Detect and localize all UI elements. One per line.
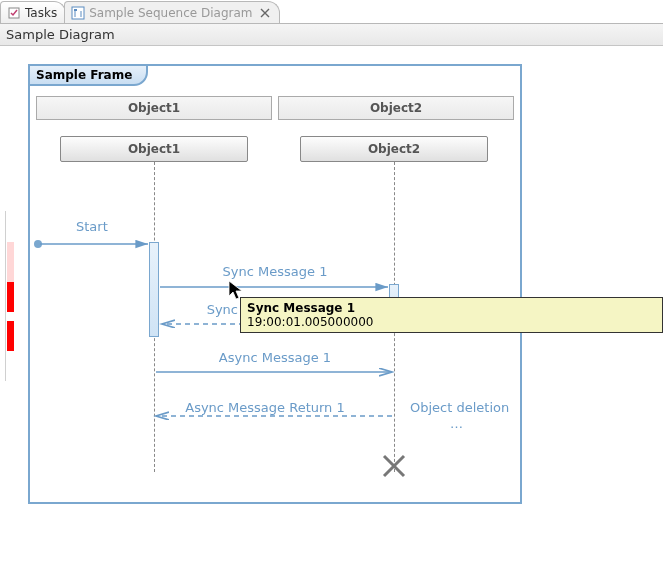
label-async-ret1: Async Message Return 1 bbox=[160, 400, 370, 415]
tab-sequence-diagram[interactable]: Sample Sequence Diagram bbox=[64, 1, 279, 23]
object-headers: Object1 Object2 bbox=[36, 96, 514, 120]
label-async1: Async Message 1 bbox=[180, 350, 370, 365]
header-object2[interactable]: Object2 bbox=[278, 96, 514, 120]
svg-rect-1 bbox=[72, 7, 84, 19]
tooltip-time: 19:00:01.005000000 bbox=[247, 315, 656, 329]
header-object1[interactable]: Object1 bbox=[36, 96, 272, 120]
tab-label-tasks: Tasks bbox=[25, 6, 57, 20]
diagram-title-bar: Sample Diagram bbox=[0, 24, 663, 46]
start-anchor[interactable] bbox=[34, 240, 42, 248]
gutter-mark-faint bbox=[7, 242, 14, 282]
start-label: Start bbox=[76, 219, 108, 234]
tab-bar: Tasks Sample Sequence Diagram bbox=[0, 0, 663, 24]
lifeline-head-object2[interactable]: Object2 bbox=[300, 136, 488, 162]
svg-rect-2 bbox=[74, 9, 77, 11]
tab-tasks[interactable]: Tasks bbox=[0, 1, 66, 23]
checkbox-icon bbox=[7, 6, 21, 20]
label-deletion: Object deletion bbox=[410, 400, 509, 415]
frame-title: Sample Frame bbox=[28, 64, 148, 86]
close-icon[interactable] bbox=[259, 7, 271, 19]
label-ellipsis: … bbox=[450, 416, 463, 431]
gutter-line bbox=[5, 211, 6, 381]
cursor-icon bbox=[228, 280, 244, 302]
activation-object1[interactable] bbox=[149, 242, 159, 337]
tab-label-diagram: Sample Sequence Diagram bbox=[89, 6, 252, 20]
tooltip: Sync Message 1 19:00:01.005000000 bbox=[240, 297, 663, 333]
arrows bbox=[30, 66, 524, 506]
lifeline-head-object1[interactable]: Object1 bbox=[60, 136, 248, 162]
sequence-frame[interactable]: Sample Frame Object1 Object2 Object1 Obj… bbox=[28, 64, 522, 504]
diagram-canvas[interactable]: Sample Frame Object1 Object2 Object1 Obj… bbox=[0, 46, 663, 581]
label-sync1: Sync Message 1 bbox=[180, 264, 370, 279]
tooltip-title: Sync Message 1 bbox=[247, 301, 656, 315]
gutter-mark-1 bbox=[7, 282, 14, 312]
gutter-mark-2 bbox=[7, 321, 14, 351]
diagram-title: Sample Diagram bbox=[6, 27, 115, 42]
diagram-icon bbox=[71, 6, 85, 20]
